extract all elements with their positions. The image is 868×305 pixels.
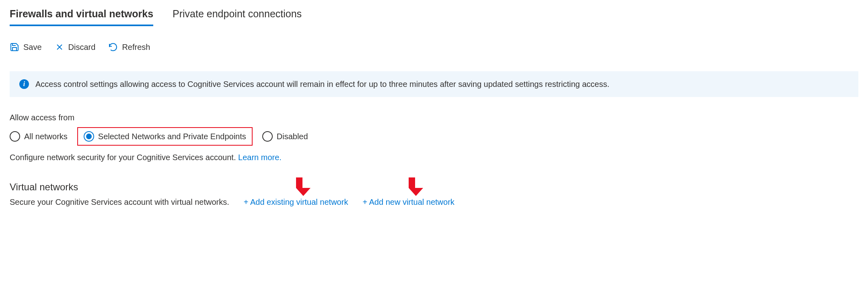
add-new-label: + Add new virtual network [362, 198, 454, 206]
save-icon [10, 42, 19, 52]
info-icon: i [19, 79, 29, 89]
configure-text: Configure network security for your Cogn… [10, 153, 858, 162]
radio-all-networks-label: All networks [24, 132, 68, 141]
radio-disabled-label: Disabled [277, 132, 308, 141]
toolbar: Save Discard Refresh [10, 42, 858, 52]
virtual-networks-row: Secure your Cognitive Services account w… [10, 198, 858, 207]
learn-more-link[interactable]: Learn more. [238, 153, 282, 162]
close-icon [55, 42, 64, 52]
save-button[interactable]: Save [10, 42, 42, 52]
tab-firewalls[interactable]: Firewalls and virtual networks [10, 8, 153, 26]
tab-private-endpoints[interactable]: Private endpoint connections [173, 8, 302, 26]
discard-button[interactable]: Discard [55, 42, 96, 52]
vnet-secure-text: Secure your Cognitive Services account w… [10, 198, 229, 207]
add-existing-vnet-link[interactable]: + Add existing virtual network [244, 198, 348, 207]
highlight-annotation: Selected Networks and Private Endpoints [77, 127, 253, 146]
configure-text-content: Configure network security for your Cogn… [10, 153, 238, 162]
refresh-button[interactable]: Refresh [108, 42, 150, 52]
radio-circle-icon [262, 131, 273, 142]
virtual-networks-heading: Virtual networks [10, 181, 858, 193]
add-new-vnet-link[interactable]: + Add new virtual network [362, 198, 454, 207]
tabs-row: Firewalls and virtual networks Private e… [10, 8, 858, 26]
save-label: Save [23, 43, 42, 52]
radio-disabled[interactable]: Disabled [262, 131, 308, 142]
add-existing-label: + Add existing virtual network [244, 198, 348, 206]
allow-access-label: Allow access from [10, 113, 858, 122]
radio-circle-icon [10, 131, 20, 142]
info-text: Access control settings allowing access … [35, 80, 609, 89]
refresh-icon [108, 42, 118, 52]
radio-selected-networks[interactable]: Selected Networks and Private Endpoints [84, 131, 246, 142]
radio-selected-networks-label: Selected Networks and Private Endpoints [98, 132, 246, 141]
radio-inner-icon [86, 134, 92, 139]
allow-access-radio-group: All networks Selected Networks and Priva… [10, 127, 858, 146]
info-banner: i Access control settings allowing acces… [10, 71, 858, 97]
radio-circle-selected-icon [84, 131, 94, 142]
discard-label: Discard [68, 43, 96, 52]
radio-all-networks[interactable]: All networks [10, 131, 68, 142]
refresh-label: Refresh [122, 43, 150, 52]
